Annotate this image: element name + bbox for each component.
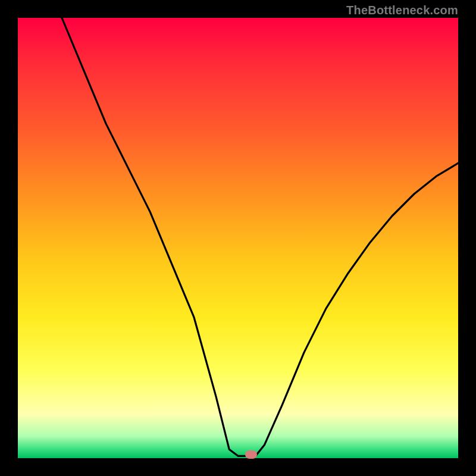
bottleneck-chart: TheBottleneck.com — [0, 0, 476, 476]
attribution-text: TheBottleneck.com — [346, 4, 458, 17]
optimal-marker — [245, 450, 257, 459]
plot-area — [18, 18, 458, 458]
curve-svg — [18, 18, 458, 458]
bottleneck-curve — [62, 18, 458, 456]
